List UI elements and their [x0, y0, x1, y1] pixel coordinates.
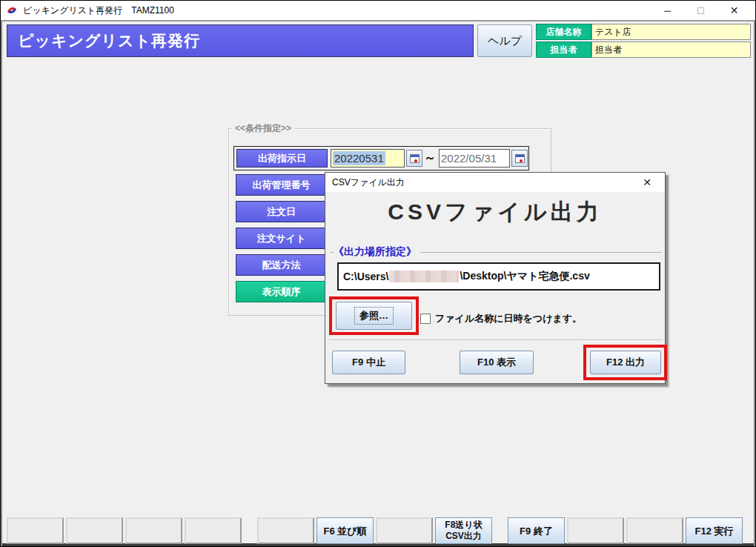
app-icon: [6, 4, 18, 16]
ship-date-button[interactable]: 出荷指示日: [236, 149, 328, 168]
f9-exit-button[interactable]: F9 終了: [508, 517, 565, 544]
order-site-button[interactable]: 注文サイト: [236, 228, 327, 249]
f6-sort-button[interactable]: F6 並び順: [316, 517, 374, 544]
output-location-label: 《出力場所指定》: [334, 245, 420, 259]
path-prefix: C:\Users\: [343, 271, 388, 282]
dialog-separator: [329, 339, 663, 341]
maximize-icon: [697, 7, 704, 14]
dialog-titlebar: CSVファイル出力 ✕: [325, 173, 665, 192]
calendar-icon: [410, 154, 420, 163]
fkey-f10-empty: [567, 517, 624, 544]
f8-label-line2: CSV出力: [445, 531, 482, 542]
csv-output-dialog: CSVファイル出力 ✕ CSVファイル出力 《出力場所指定》 C:\Users\…: [325, 172, 666, 384]
calendar-button-to[interactable]: [511, 150, 528, 167]
fkey-f11-empty: [626, 517, 683, 544]
timestamp-checkbox-label: ファイル名称に日時をつけます。: [435, 312, 582, 325]
shipping-number-button[interactable]: 出荷管理番号: [236, 174, 327, 196]
date-from-input[interactable]: 20220531: [331, 149, 405, 168]
calendar-icon: [515, 154, 525, 163]
display-order-button[interactable]: 表示順序: [236, 281, 327, 302]
dialog-title: CSVファイル出力: [332, 176, 405, 189]
main-content: ピッキングリスト再発行 ヘルプ 店舗名称 テスト店 担当者 担当者 <<条件指定…: [1, 20, 755, 546]
f12-output-button[interactable]: F12 出力: [590, 351, 661, 374]
window-titlebar: ピッキングリスト再発行 TAMZ1100 ─ ✕: [1, 1, 755, 20]
delivery-method-button[interactable]: 配送方法: [236, 254, 327, 276]
redacted-username: [389, 271, 459, 282]
app-window: ピッキングリスト再発行 TAMZ1100 ─ ✕ ピッキングリスト再発行 ヘルプ…: [1, 1, 755, 546]
fkey-f7-empty: [376, 517, 433, 544]
staff-label: 担当者: [536, 42, 591, 58]
page-title: ピッキングリスト再発行: [7, 24, 474, 57]
fkey-f1-empty: [7, 517, 64, 544]
staff-field: 担当者: [591, 42, 751, 58]
close-button[interactable]: ✕: [717, 1, 751, 20]
path-suffix: \Desktop\ヤマト宅急便.csv: [460, 270, 589, 283]
f8-invoice-csv-button[interactable]: F8送り状 CSV出力: [435, 517, 492, 544]
condition-group-label: <<条件指定>>: [232, 122, 294, 135]
dialog-heading: CSVファイル出力: [325, 197, 665, 228]
fkey-f4-empty: [185, 517, 242, 544]
store-name-field: テスト店: [591, 24, 751, 40]
f12-execute-button[interactable]: F12 実行: [686, 517, 743, 544]
order-date-button[interactable]: 注文日: [236, 201, 327, 222]
fkey-f3-empty: [125, 517, 182, 544]
window-controls: ─ ✕: [651, 1, 751, 20]
date-range-separator: ～: [421, 149, 439, 168]
fkey-f2-empty: [66, 517, 123, 544]
help-button[interactable]: ヘルプ: [477, 24, 532, 57]
f8-label-line1: F8送り状: [445, 520, 482, 531]
timestamp-checkbox[interactable]: [420, 314, 431, 324]
browse-button-label: 参照…: [354, 307, 394, 325]
maximize-button[interactable]: [684, 1, 717, 20]
output-path-input[interactable]: C:\Users\\Desktop\ヤマト宅急便.csv: [337, 262, 660, 291]
window-title: ピッキングリスト再発行 TAMZ1100: [23, 4, 174, 17]
f10-view-button[interactable]: F10 表示: [460, 351, 534, 374]
ship-date-row: 出荷指示日 20220531 ～ 2022/05/31: [233, 146, 529, 170]
date-from-selected-text: 20220531: [333, 151, 385, 165]
minimize-button[interactable]: ─: [651, 1, 684, 20]
calendar-button-from[interactable]: [406, 150, 422, 167]
browse-button[interactable]: 参照…: [336, 302, 412, 330]
f9-cancel-button[interactable]: F9 中止: [332, 351, 405, 374]
date-to-input[interactable]: 2022/05/31: [439, 149, 510, 168]
store-name-label: 店舗名称: [536, 24, 591, 40]
dialog-close-button[interactable]: ✕: [637, 173, 657, 192]
fkey-f5-empty: [257, 517, 314, 544]
